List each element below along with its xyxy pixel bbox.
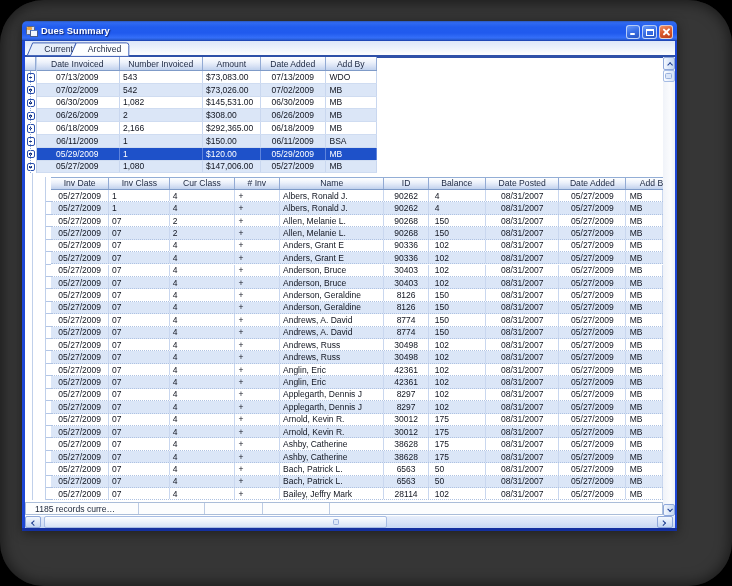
svg-text:Archived: Archived (88, 45, 122, 55)
svg-text:Current: Current (44, 45, 73, 55)
